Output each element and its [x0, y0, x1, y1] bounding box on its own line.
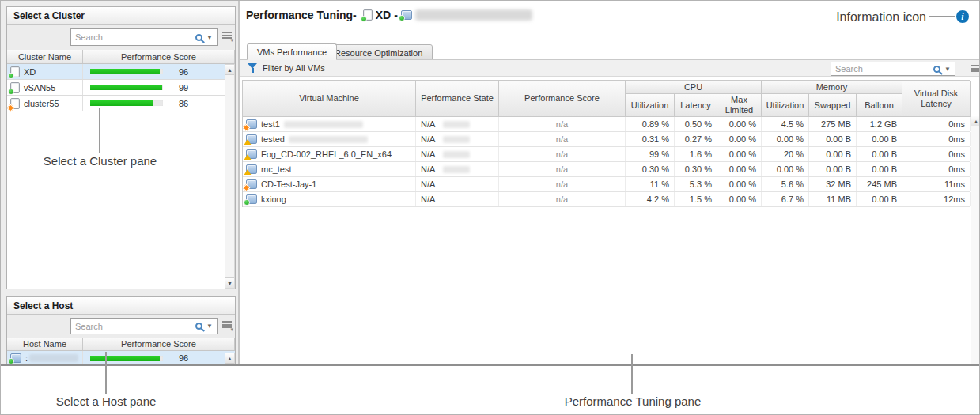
search-icon[interactable] — [933, 66, 940, 73]
title-separator: - — [394, 9, 398, 21]
score-bar — [90, 100, 163, 106]
page-title-text: Performance Tuning- — [246, 9, 357, 21]
filter-label[interactable]: Filter by All VMs — [263, 63, 325, 73]
cluster-icon — [10, 66, 20, 77]
tab-vms-performance[interactable]: VMs Performance — [247, 43, 337, 60]
cluster-icon — [10, 82, 20, 93]
scroll-down-icon[interactable]: ▼ — [225, 277, 234, 288]
tuning-annotation-line — [631, 354, 633, 394]
redaction-blur — [443, 121, 470, 128]
performance-score-column-header[interactable]: Performance Score — [83, 50, 235, 63]
status-badge — [361, 16, 367, 22]
performance-score-column-header[interactable]: Performance Score — [83, 338, 235, 350]
screenshot-bottom-edge — [1, 364, 980, 366]
cluster-search-input[interactable] — [75, 32, 193, 42]
tab-resource-optimization[interactable]: Resource Optimization — [324, 44, 433, 60]
col-virtual-machine[interactable]: Virtual Machine — [243, 81, 416, 117]
vm-name: Fog_CD-002_RHEL_6.0_EN_x64 — [261, 149, 392, 159]
vm-row-kxiong[interactable]: kxiong N/A n/a 4.2 % 1.5 % 0.00 % 6.7 % … — [243, 192, 970, 207]
status-badge — [399, 15, 405, 21]
vm-row-mc-test[interactable]: mc_test N/A n/a 0.30 % 0.30 % 0.00 % 0.0… — [243, 162, 970, 177]
vm-row-tested[interactable]: tested N/A n/a 0.31 % 0.27 % 0.00 % 0.00… — [243, 132, 970, 147]
host-row[interactable]: : 96 — [7, 351, 235, 365]
col-cpu-max-limited[interactable]: Max Limited — [717, 94, 762, 117]
host-search-input[interactable] — [75, 322, 193, 331]
scroll-up-icon[interactable]: ▲ — [971, 116, 980, 126]
status-badge — [244, 199, 250, 206]
col-cpu-utilization[interactable]: Utilization — [626, 94, 675, 117]
chevron-down-icon[interactable]: ▼ — [205, 323, 214, 330]
cluster-annotation-line — [99, 108, 100, 153]
vm-name: test1 — [261, 119, 280, 129]
vm-row-test1[interactable]: test1 N/A n/a 0.89 % 0.50 % 0.00 % 4.5 %… — [243, 117, 970, 132]
column-chooser-icon[interactable] — [222, 32, 232, 39]
status-badge — [244, 154, 252, 160]
info-annotation-label: Information icon — [808, 10, 926, 25]
host-panel-title: Select a Host — [7, 297, 235, 315]
cluster-row-vsan55[interactable]: vSAN55 99 — [7, 80, 235, 96]
score-value: 96 — [163, 67, 204, 77]
vm-search-input[interactable] — [835, 64, 931, 74]
redaction-blur — [443, 166, 470, 173]
host-scrollbar[interactable]: ▲ — [225, 353, 235, 364]
information-icon[interactable]: i — [956, 10, 969, 23]
vm-table: Virtual Machine Performance State Perfor… — [242, 80, 970, 207]
status-badge — [243, 124, 250, 131]
status-badge — [244, 169, 252, 175]
cluster-name-column-header[interactable]: Cluster Name — [7, 50, 83, 63]
vm-name: kxiong — [261, 194, 286, 204]
vm-icon — [246, 119, 257, 129]
cluster-icon — [10, 98, 20, 109]
cluster-row-xd[interactable]: XD 96 — [7, 64, 235, 80]
redaction-blur — [443, 136, 470, 143]
select-host-panel: Select a Host ▼ Host Name Performance Sc… — [6, 296, 236, 365]
vm-row-fog-cd-002[interactable]: Fog_CD-002_RHEL_6.0_EN_x64 N/A n/a 99 % … — [243, 147, 970, 162]
filter-icon — [248, 63, 258, 73]
screenshot-root: Select a Cluster ▼ Cluster Name Performa… — [0, 0, 980, 415]
vm-name: CD-Test-Jay-1 — [261, 179, 316, 189]
cluster-toolbar: ▼ — [7, 25, 235, 50]
col-cpu-latency[interactable]: Latency — [675, 94, 717, 117]
search-icon[interactable] — [195, 323, 202, 330]
host-search-box: ▼ — [70, 318, 218, 334]
vm-table-scrollbar[interactable]: ▲ — [971, 116, 980, 364]
score-bar — [90, 85, 163, 90]
vm-icon — [246, 149, 257, 159]
vm-name: tested — [261, 134, 285, 144]
score-bar — [90, 69, 163, 74]
host-name: : — [25, 353, 28, 363]
scroll-up-icon[interactable]: ▲ — [225, 353, 234, 364]
col-virtual-disk-latency[interactable]: Virtual Disk Latency — [902, 81, 971, 117]
col-performance-state[interactable]: Performance State — [416, 81, 499, 117]
chevron-down-icon[interactable]: ▼ — [943, 66, 952, 73]
column-chooser-icon[interactable] — [222, 321, 232, 328]
score-value: 99 — [163, 83, 204, 92]
redaction-blur — [289, 136, 368, 143]
cluster-scrollbar[interactable]: ▲ ▼ — [225, 64, 235, 289]
cluster-row-cluster55[interactable]: cluster55 86 — [7, 96, 235, 111]
cluster-panel-title: Select a Cluster — [7, 7, 235, 25]
cluster-annotation-label: Select a Cluster pane — [23, 154, 177, 168]
page-title: Performance Tuning- XD - — [246, 9, 532, 21]
info-annotation-line — [929, 16, 955, 17]
host-annotation-label: Select a Host pane — [31, 394, 181, 408]
vm-icon — [246, 134, 257, 144]
score-value: 86 — [163, 99, 204, 108]
column-chooser-icon[interactable] — [971, 65, 980, 72]
host-icon — [10, 353, 21, 363]
search-icon[interactable] — [195, 34, 202, 41]
host-name-column-header[interactable]: Host Name — [7, 338, 83, 350]
status-badge — [243, 184, 250, 191]
score-value: 96 — [163, 353, 204, 363]
vm-row-cd-test-jay-1[interactable]: CD-Test-Jay-1 N/A n/a 11 % 5.3 % 0.00 % … — [243, 177, 970, 192]
col-performance-score[interactable]: Performance Score — [499, 81, 626, 117]
col-mem-swapped[interactable]: Swapped — [809, 94, 857, 117]
cluster-name: vSAN55 — [24, 83, 55, 92]
col-mem-utilization[interactable]: Utilization — [762, 94, 809, 117]
vm-table-header: Virtual Machine Performance State Perfor… — [243, 80, 970, 117]
chevron-down-icon[interactable]: ▼ — [205, 34, 214, 41]
redaction-blur — [415, 9, 532, 21]
col-mem-balloon[interactable]: Balloon — [857, 94, 902, 117]
scroll-up-icon[interactable]: ▲ — [225, 65, 234, 75]
status-badge — [8, 73, 14, 79]
